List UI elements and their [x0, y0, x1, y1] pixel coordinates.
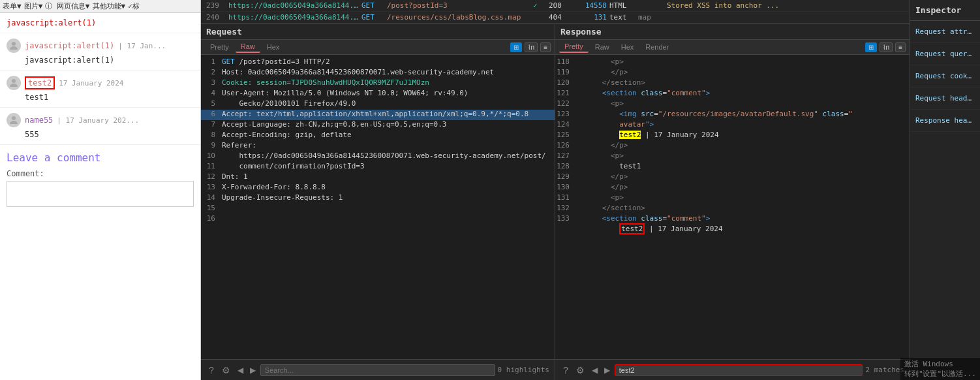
inspector-item-query-params[interactable]: Request query p...	[910, 43, 980, 65]
resp-line-123: 123 <img src="/resources/images/avatarDe…	[555, 110, 910, 120]
request-line-3: 3 Cookie: session=TJPD0ShuhUwdHUQxIQ0R9M…	[201, 78, 555, 89]
row-239-size: 14558	[574, 1, 607, 10]
network-row-240[interactable]: 240 https://0adc0065049a366a8144... GET …	[201, 12, 910, 24]
request-line-5: 5 Gecko/20100101 Firefox/49.0	[201, 99, 555, 110]
inspector-title: Inspector	[910, 0, 980, 21]
request-line-13: 13 X-Forwarded-For: 8.8.8.8	[201, 183, 555, 193]
tab-response-render[interactable]: Render	[640, 42, 674, 52]
resp-line-130: 130 </p>	[555, 183, 910, 193]
leave-comment-title: Leave a comment	[7, 151, 194, 164]
leave-comment-section: Leave a comment Comment:	[0, 145, 200, 215]
row-239-method: GET	[361, 1, 384, 10]
row-240-status: 404	[549, 13, 572, 22]
toolbar: 表单▼ 图片▼ ⓘ 网页信息▼ 其他功能▼ ✓标	[0, 0, 200, 13]
row-240-type: text	[609, 13, 635, 22]
row-239-num: 239	[206, 1, 226, 10]
response-settings-btn[interactable]: ⚙	[574, 364, 587, 377]
row-239-url: https://0adc0065049a366a8144...	[228, 1, 359, 10]
avatar-4	[7, 113, 21, 127]
resp-line-122: 122 <p>	[555, 99, 910, 110]
request-line-16: 16	[201, 214, 555, 225]
response-help-btn[interactable]: ?	[560, 364, 571, 377]
request-settings-btn[interactable]: ⚙	[219, 364, 233, 377]
inspector-item-cookies[interactable]: Request cookies	[910, 65, 980, 87]
inspector-item-response-headers[interactable]: Response heade...	[910, 110, 980, 132]
request-line-1: 1 GET /post?postId=3 HTTP/2	[201, 57, 555, 68]
resp-line-124: 124 avatar">	[555, 120, 910, 131]
tab-request-pretty[interactable]: Pretty	[205, 42, 234, 52]
row-239-path: /post?postId=3	[387, 1, 530, 10]
toolbar-other[interactable]: 其他功能▼	[93, 1, 126, 11]
request-line-14: 14 Upgrade-Insecure-Requests: 1	[201, 193, 555, 204]
tab-response-pretty[interactable]: Pretty	[559, 41, 589, 53]
toolbar-forms[interactable]: 表单▼	[3, 1, 22, 11]
highlight-test2-box: test2	[619, 223, 645, 234]
toolbar-images[interactable]: 图片▼	[24, 1, 43, 11]
resp-line-129: 129 </p>	[555, 172, 910, 183]
toolbar-info[interactable]: ⓘ 网页信息▼	[45, 1, 89, 11]
row-239-check: ✓	[533, 1, 546, 10]
comment-user-2: javascript:alert(1) | 17 Jan...	[7, 39, 194, 53]
response-icon-menu[interactable]: ≡	[895, 42, 906, 52]
resp-line-127: 127 <p>	[555, 151, 910, 162]
inspector-item-request-attr[interactable]: Request attribute	[910, 21, 980, 43]
resp-line-119: 119 </p>	[555, 68, 910, 78]
response-search-next[interactable]: ▶	[602, 364, 612, 376]
highlight-test2-1: test2	[619, 131, 641, 139]
request-search-input[interactable]	[260, 364, 495, 376]
avatar-3	[7, 76, 21, 90]
comment-date-3: 17 January 2024	[59, 79, 123, 87]
row-240-method: GET	[361, 13, 384, 22]
request-icon-ln[interactable]: ⌇n	[525, 42, 538, 52]
comment-author-4: name55	[25, 116, 53, 125]
resp-line-121: 121 <section class="comment">	[555, 89, 910, 99]
request-line-6: 6 Accept: text/html,application/xhtml+xm…	[201, 110, 555, 120]
comment-xss-1: javascript:alert(1)	[7, 18, 194, 27]
tab-response-raw[interactable]: Raw	[590, 42, 615, 52]
request-icon-grid[interactable]: ⊞	[510, 42, 522, 52]
row-240-extra: map	[638, 13, 664, 22]
comment-user-3: test2 17 January 2024	[7, 76, 194, 90]
response-header: Response	[555, 24, 910, 40]
tab-response-hex[interactable]: Hex	[616, 42, 639, 52]
inspector-panel: Inspector Request attribute Request quer…	[910, 0, 980, 380]
row-239-type: HTML	[609, 1, 635, 10]
resp-line-125: 125 test2 | 17 January 2024	[555, 131, 910, 141]
response-search-bar: ? ⚙ ◀ ▶ 2 matches	[555, 359, 910, 380]
response-icon-grid[interactable]: ⊞	[865, 42, 877, 52]
comment-block-1: javascript:alert(1)	[0, 13, 200, 33]
request-line-4: 4 User-Agent: Mozilla/5.0 (Windows NT 10…	[201, 89, 555, 99]
comment-date-4: | 17 January 202...	[57, 116, 139, 125]
resp-line-133: 133 <section class="comment">	[555, 214, 910, 225]
request-help-btn[interactable]: ?	[206, 364, 217, 377]
request-line-15: 15	[201, 204, 555, 214]
avatar-2	[7, 39, 21, 53]
request-search-prev[interactable]: ◀	[236, 364, 245, 376]
toolbar-flag[interactable]: ✓标	[128, 1, 140, 11]
comment-textarea[interactable]	[7, 181, 194, 207]
network-row-239[interactable]: 239 https://0adc0065049a366a8144... GET …	[201, 0, 910, 12]
response-search-count: 2 matches	[865, 366, 904, 374]
svg-point-2	[12, 116, 16, 120]
response-icon-ln[interactable]: ⌇n	[880, 42, 893, 52]
row-239-status: 200	[549, 1, 572, 10]
request-icon-menu[interactable]: ≡	[540, 42, 551, 52]
response-pane-icons: ⊞ ⌇n ≡	[865, 42, 906, 52]
comment-block-4: name55 | 17 January 202... 555	[0, 108, 200, 145]
middle-panel: 239 https://0adc0065049a366a8144... GET …	[201, 0, 910, 380]
response-search-input[interactable]	[615, 364, 863, 376]
request-search-count: 0 highlights	[498, 366, 549, 374]
resp-line-134: test2 | 17 January 2024	[555, 225, 910, 235]
comment-block-2: javascript:alert(1) | 17 Jan... javascri…	[0, 33, 200, 71]
inspector-item-request-headers[interactable]: Request headers	[910, 87, 980, 110]
request-header: Request	[201, 24, 555, 40]
tab-request-hex[interactable]: Hex	[262, 42, 285, 52]
request-search-next[interactable]: ▶	[248, 364, 258, 376]
tab-request-raw[interactable]: Raw	[236, 41, 260, 53]
response-search-prev[interactable]: ◀	[590, 364, 600, 376]
request-line-11: 11 comment/confirmation?postId=3	[201, 162, 555, 172]
comment-user-4: name55 | 17 January 202...	[7, 113, 194, 127]
network-table: 239 https://0adc0065049a366a8144... GET …	[201, 0, 910, 24]
row-240-url: https://0adc0065049a366a8144...	[228, 13, 359, 22]
request-code: 1 GET /post?postId=3 HTTP/2 2 Host: 0adc…	[201, 55, 555, 359]
